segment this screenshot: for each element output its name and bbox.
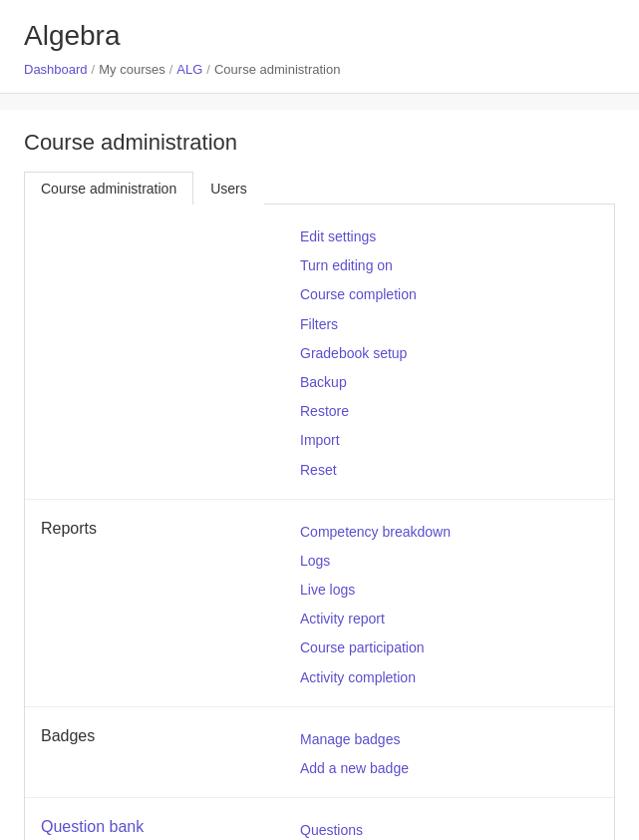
link-edit-settings[interactable]: Edit settings <box>300 224 598 249</box>
general-links-cell: Edit settings Turn editing on Course com… <box>284 205 614 499</box>
tab-users[interactable]: Users <box>193 172 264 205</box>
breadcrumb-sep-2: / <box>169 62 173 77</box>
badges-label: Badges <box>41 727 95 744</box>
badges-links-cell: Manage badges Add a new badge <box>284 706 614 797</box>
link-live-logs[interactable]: Live logs <box>300 578 598 603</box>
question-bank-links-list: Questions Categories Import Export <box>300 814 598 840</box>
reports-row: Reports Competency breakdown Logs Live l… <box>25 499 614 706</box>
link-competency-breakdown[interactable]: Competency breakdown <box>300 520 598 545</box>
tabs-container: Course administration Users <box>24 172 615 205</box>
link-filters[interactable]: Filters <box>300 312 598 337</box>
link-question-bank-section[interactable]: Question bank <box>41 818 144 835</box>
main-content: Course administration Course administrat… <box>0 110 639 840</box>
link-add-new-badge[interactable]: Add a new badge <box>300 756 598 781</box>
reports-label-cell: Reports <box>25 499 284 706</box>
content-section-title: Course administration <box>24 130 615 156</box>
link-logs[interactable]: Logs <box>300 549 598 574</box>
reports-links-list: Competency breakdown Logs Live logs Acti… <box>300 516 598 690</box>
link-gradebook-setup[interactable]: Gradebook setup <box>300 341 598 366</box>
link-backup[interactable]: Backup <box>300 370 598 395</box>
link-activity-completion[interactable]: Activity completion <box>300 665 598 690</box>
link-course-completion[interactable]: Course completion <box>300 282 598 307</box>
link-questions[interactable]: Questions <box>300 818 598 840</box>
badges-links-list: Manage badges Add a new badge <box>300 723 598 781</box>
question-bank-links-cell: Questions Categories Import Export <box>284 798 614 840</box>
question-bank-row: Question bank Questions Categories Impor… <box>25 798 614 840</box>
breadcrumb: Dashboard / My courses / ALG / Course ad… <box>24 62 615 77</box>
link-restore[interactable]: Restore <box>300 399 598 424</box>
tab-content: Edit settings Turn editing on Course com… <box>24 205 615 840</box>
link-import[interactable]: Import <box>300 428 598 453</box>
link-activity-report[interactable]: Activity report <box>300 607 598 631</box>
badges-label-cell: Badges <box>25 706 284 797</box>
breadcrumb-mycourses: My courses <box>99 62 164 77</box>
breadcrumb-sep-3: / <box>206 62 210 77</box>
breadcrumb-sep-1: / <box>92 62 96 77</box>
general-label-cell <box>25 205 284 499</box>
general-row: Edit settings Turn editing on Course com… <box>25 205 614 499</box>
general-links-list: Edit settings Turn editing on Course com… <box>300 220 598 483</box>
question-bank-label-cell: Question bank <box>25 798 284 840</box>
link-manage-badges[interactable]: Manage badges <box>300 727 598 752</box>
admin-table: Edit settings Turn editing on Course com… <box>25 205 614 840</box>
page-title: Algebra <box>24 20 615 52</box>
breadcrumb-dashboard[interactable]: Dashboard <box>24 62 88 77</box>
reports-label: Reports <box>41 520 97 537</box>
link-reset[interactable]: Reset <box>300 458 598 483</box>
link-course-participation[interactable]: Course participation <box>300 635 598 660</box>
reports-links-cell: Competency breakdown Logs Live logs Acti… <box>284 499 614 706</box>
breadcrumb-alg[interactable]: ALG <box>176 62 202 77</box>
tab-course-administration[interactable]: Course administration <box>24 172 193 205</box>
badges-row: Badges Manage badges Add a new badge <box>25 706 614 797</box>
header: Algebra Dashboard / My courses / ALG / C… <box>0 0 639 94</box>
breadcrumb-current: Course administration <box>214 62 340 77</box>
link-turn-editing-on[interactable]: Turn editing on <box>300 253 598 278</box>
